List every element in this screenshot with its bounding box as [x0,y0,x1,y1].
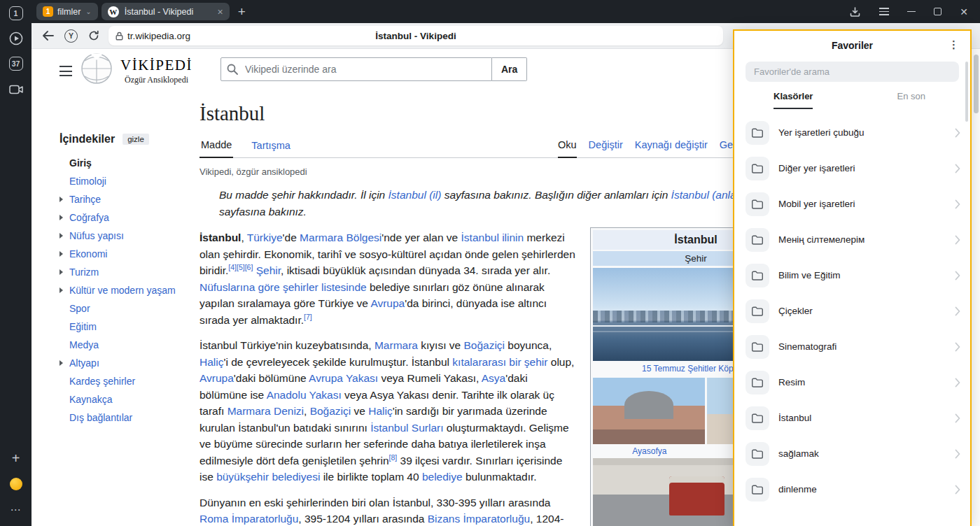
favorites-folder-row[interactable]: Yer işaretleri çubuğu [734,115,970,150]
favorites-scrollbar-thumb[interactable] [965,62,968,122]
article-link[interactable]: Bizans İmparatorluğu [428,513,530,525]
toc-item[interactable]: Turizm [59,263,203,281]
more-icon[interactable]: ⋯ [8,502,24,518]
toc-expand-icon[interactable] [59,197,69,202]
toc-item[interactable]: Kaynakça [59,390,203,408]
toc-item-label[interactable]: Eğitim [69,321,97,332]
wikipedia-logo[interactable] [80,52,113,87]
article-link[interactable]: İstanbul (il) [388,189,442,201]
play-icon[interactable] [8,31,24,46]
toc-item-label[interactable]: Kültür ve modern yaşam [69,285,176,296]
favorites-folder-row[interactable]: Mobil yer işaretleri [734,186,970,222]
maximize-icon[interactable] [934,8,941,15]
favorites-folder-row[interactable]: Resim [734,364,970,400]
favorites-folder-row[interactable]: İstanbul [734,400,970,436]
yandex-services-icon[interactable]: Y [64,29,78,43]
article-link[interactable]: İstanbul Surları [370,422,443,434]
toc-expand-icon[interactable] [59,360,69,366]
favorites-folder-row[interactable]: Çiçekler [734,293,970,329]
toc-hide-button[interactable]: gizle [122,134,149,145]
toc-item-label[interactable]: Medya [69,339,99,350]
article-link[interactable]: Anadolu Yakası [267,389,342,401]
article-link[interactable]: büyükşehir belediyesi [216,471,320,483]
toc-expand-icon[interactable] [59,215,69,220]
toc-expand-icon[interactable] [59,233,69,239]
article-link[interactable]: İstanbul ilinin [461,232,524,243]
article-view-link[interactable]: Değiştir [589,139,623,158]
article-link[interactable]: [8] [389,453,398,461]
lock-icon[interactable] [115,31,123,41]
toc-item-label[interactable]: Ekonomi [69,248,107,260]
toc-item[interactable]: Dış bağlantılar [59,408,203,427]
toc-item-label[interactable]: Giriş [69,157,92,169]
toc-item[interactable]: Spor [59,299,203,318]
article-tab[interactable]: Tartışma [250,140,292,157]
toc-expand-icon[interactable] [59,269,69,275]
infobox-caption-ayasofya[interactable]: Ayasofya [593,446,706,456]
toc-item-label[interactable]: Turizm [69,266,99,278]
article-link[interactable]: [4][5][6] [228,263,253,271]
favorites-folder-row[interactable]: Diğer yer işaretleri [734,150,970,186]
article-link[interactable]: Roma İmparatorluğu [200,513,298,525]
toc-item[interactable]: Kültür ve modern yaşam [59,281,203,299]
toc-item-label[interactable]: Nüfus yapısı [69,230,124,241]
toc-item-label[interactable]: Altyapı [69,357,99,369]
close-window-icon[interactable]: ✕ [960,6,968,17]
toc-item[interactable]: Eğitim [59,318,203,336]
new-tab-button[interactable]: + [238,4,246,20]
article-tab[interactable]: Madde [200,139,233,158]
toc-item[interactable]: Giriş [59,154,203,172]
back-icon[interactable] [42,31,54,41]
article-link[interactable]: Marmara Bölgesi [300,232,382,243]
article-link[interactable]: Avrupa Yakası [309,372,378,384]
article-link[interactable]: Türkiye [247,232,283,243]
favorites-folder-row[interactable]: Менің сілтемелерім [734,222,970,257]
toc-item[interactable]: Medya [59,336,203,354]
toc-item-label[interactable]: Kaynakça [69,394,112,405]
article-link[interactable]: Marmara [374,339,418,351]
wiki-wordmark[interactable]: VİKİPEDİ Özgür Ansiklopedi [120,57,192,85]
toc-item[interactable]: Etimoloji [59,172,203,190]
add-icon[interactable]: + [8,450,24,466]
tab-close-icon[interactable]: × [218,6,223,17]
toc-item[interactable]: Nüfus yapısı [59,227,203,245]
article-link[interactable]: Nüfuslarına göre şehirler listesinde [200,281,367,293]
hamburger-menu-icon[interactable] [59,66,72,76]
article-link[interactable]: kıtalararası bir şehir [452,356,547,368]
kebab-menu-icon[interactable]: ⋮ [948,38,959,51]
wiki-search-button[interactable]: Ara [492,57,527,81]
favorites-folder-row[interactable]: Bilim ve Eğitim [734,257,970,293]
toc-item[interactable]: Coğrafya [59,208,203,227]
article-link[interactable]: Boğaziçi [463,339,505,351]
refresh-icon[interactable] [88,30,99,41]
article-link[interactable]: Şehir [256,264,281,276]
tab-group-filmler[interactable]: 1 filmler ⌄ [36,3,98,20]
toc-item-label[interactable]: Dış bağlantılar [69,412,132,423]
video-camera-icon[interactable] [8,81,24,97]
wiki-search-input[interactable] [220,57,492,81]
toc-item[interactable]: Ekonomi [59,245,203,263]
article-link[interactable]: [7] [304,312,312,320]
alice-assistant-icon[interactable] [8,476,24,492]
toc-item[interactable]: Altyapı [59,354,203,372]
toc-item-label[interactable]: Kardeş şehirler [69,376,135,387]
article-link[interactable]: Boğaziçi [310,405,351,417]
article-link[interactable]: Marmara Denizi [227,405,304,417]
address-bar[interactable]: İstanbul - Vikipedi tr.wikipedia.org [108,26,723,45]
favorites-tab[interactable]: Klasörler [734,91,853,109]
toc-item-label[interactable]: Coğrafya [69,212,109,223]
article-link[interactable]: belediye [422,471,463,483]
infobox-image-ayasofya[interactable] [593,378,705,444]
article-view-link[interactable]: Kaynağı değiştir [635,139,708,158]
toc-item-label[interactable]: Tarihçe [69,194,101,205]
toc-expand-icon[interactable] [59,251,69,257]
article-link[interactable]: Avrupa [370,297,405,309]
favorites-folder-row[interactable]: sağlamak [734,436,970,471]
favorites-folder-row[interactable]: dinlenme [734,471,970,507]
toc-item-label[interactable]: Spor [69,303,90,314]
favorites-search-input[interactable] [746,62,959,82]
article-link[interactable]: Avrupa [200,372,234,384]
tab-istanbul-vikipedi[interactable]: W İstanbul - Vikipedi × [102,3,230,20]
downloads-icon[interactable] [849,6,861,17]
article-link[interactable]: Haliç [368,405,392,417]
